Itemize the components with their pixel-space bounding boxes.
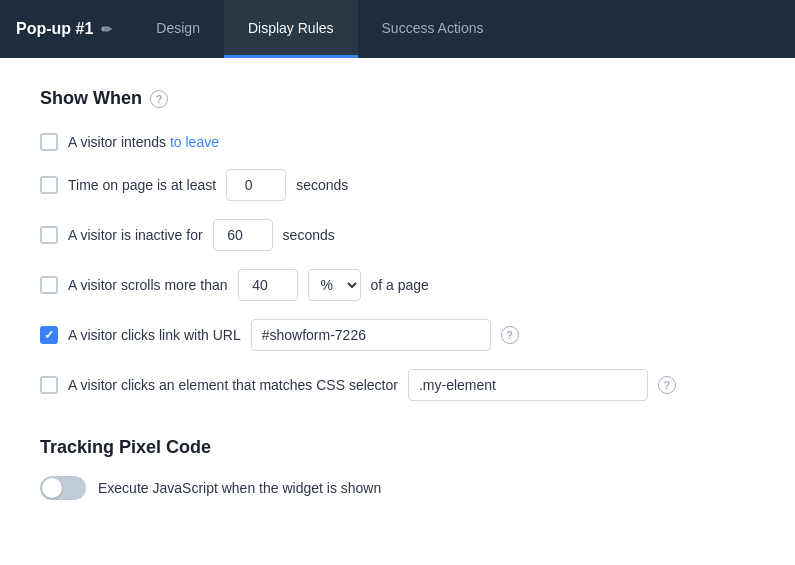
checkbox-inactive[interactable] bbox=[40, 226, 58, 244]
tab-success-actions[interactable]: Success Actions bbox=[358, 0, 508, 58]
rule-time-on-page: Time on page is at least seconds bbox=[40, 169, 755, 201]
rule-leave-intent: A visitor intends to leave bbox=[40, 133, 755, 151]
label-scroll-before: A visitor scrolls more than bbox=[68, 277, 228, 293]
tracking-toggle-row: Execute JavaScript when the widget is sh… bbox=[40, 476, 755, 500]
label-css-selector-before: A visitor clicks an element that matches… bbox=[68, 377, 398, 393]
tracking-pixel-section: Tracking Pixel Code Execute JavaScript w… bbox=[40, 437, 755, 500]
label-time-after: seconds bbox=[296, 177, 348, 193]
css-selector-help-icon[interactable]: ? bbox=[658, 376, 676, 394]
checkbox-time-on-page[interactable] bbox=[40, 176, 58, 194]
click-url-help-icon[interactable]: ? bbox=[501, 326, 519, 344]
rule-scroll: A visitor scrolls more than % px of a pa… bbox=[40, 269, 755, 301]
rule-click-url: A visitor clicks link with URL ? bbox=[40, 319, 755, 351]
input-click-url[interactable] bbox=[251, 319, 491, 351]
toggle-knob bbox=[42, 478, 62, 498]
scroll-unit-select[interactable]: % px bbox=[308, 269, 361, 301]
execute-js-toggle[interactable] bbox=[40, 476, 86, 500]
label-inactive-after: seconds bbox=[283, 227, 335, 243]
rule-css-selector: A visitor clicks an element that matches… bbox=[40, 369, 755, 401]
label-inactive-before: A visitor is inactive for bbox=[68, 227, 203, 243]
tab-design[interactable]: Design bbox=[132, 0, 224, 58]
input-inactive[interactable] bbox=[213, 219, 273, 251]
checkbox-click-url[interactable] bbox=[40, 326, 58, 344]
tracking-pixel-title: Tracking Pixel Code bbox=[40, 437, 755, 458]
popup-title: Pop-up #1 bbox=[16, 20, 93, 38]
input-scroll[interactable] bbox=[238, 269, 298, 301]
tab-display-rules[interactable]: Display Rules bbox=[224, 0, 358, 58]
label-scroll-after: of a page bbox=[371, 277, 429, 293]
main-nav: Design Display Rules Success Actions bbox=[132, 0, 507, 58]
label-leave-intent: A visitor intends to leave bbox=[68, 134, 219, 150]
checkbox-scroll[interactable] bbox=[40, 276, 58, 294]
main-content: Show When ? A visitor intends to leave T… bbox=[0, 58, 795, 530]
input-css-selector[interactable] bbox=[408, 369, 648, 401]
checkbox-leave-intent[interactable] bbox=[40, 133, 58, 151]
show-when-help-icon[interactable]: ? bbox=[150, 90, 168, 108]
label-time-before: Time on page is at least bbox=[68, 177, 216, 193]
show-when-label: Show When bbox=[40, 88, 142, 109]
label-click-url-before: A visitor clicks link with URL bbox=[68, 327, 241, 343]
rule-inactive: A visitor is inactive for seconds bbox=[40, 219, 755, 251]
popup-title-group: Pop-up #1 ✏ bbox=[16, 20, 132, 38]
input-time-on-page[interactable] bbox=[226, 169, 286, 201]
checkbox-css-selector[interactable] bbox=[40, 376, 58, 394]
header: Pop-up #1 ✏ Design Display Rules Success… bbox=[0, 0, 795, 58]
execute-js-label: Execute JavaScript when the widget is sh… bbox=[98, 480, 381, 496]
show-when-section-title: Show When ? bbox=[40, 88, 755, 109]
edit-icon[interactable]: ✏ bbox=[101, 22, 112, 37]
